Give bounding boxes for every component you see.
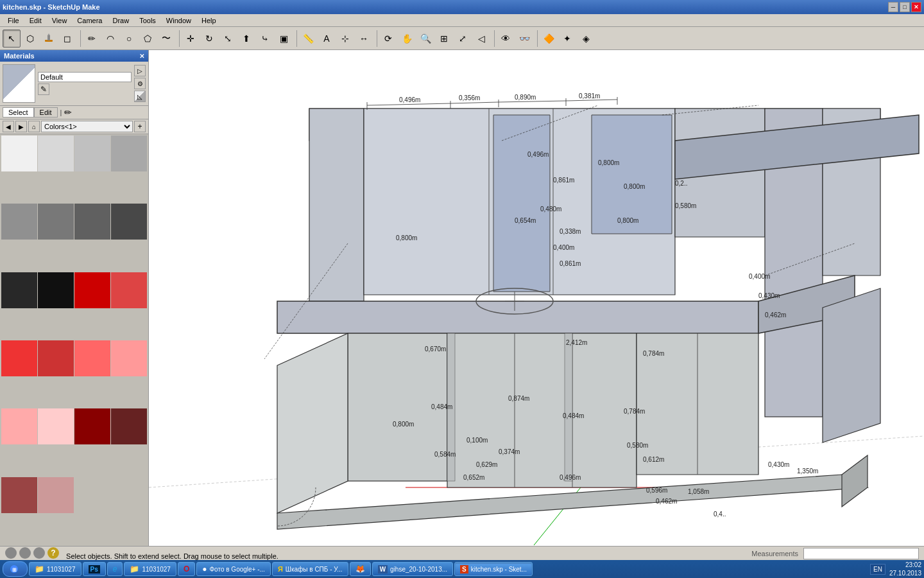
section-plane-button[interactable]: 🔶 (540, 30, 558, 48)
tab-pencil-icon[interactable]: ✏ (64, 107, 72, 118)
maximize-button[interactable]: □ (900, 2, 910, 12)
arc-button[interactable]: ◠ (101, 30, 119, 48)
nav-add-button[interactable]: + (134, 121, 146, 132)
text-button[interactable]: ↔ (355, 30, 373, 48)
edit-material-button[interactable]: ⚙ (134, 78, 146, 89)
rotate-button[interactable]: ↻ (200, 30, 218, 48)
swatch-maroon[interactable] (111, 408, 147, 444)
status-icon-3[interactable] (33, 547, 45, 559)
paint-button[interactable] (40, 30, 58, 48)
component-button[interactable]: ⬡ (21, 30, 39, 48)
nav-home-button[interactable]: ⌂ (28, 121, 40, 132)
swatch-gray4[interactable] (111, 204, 147, 240)
swatch-dkgray[interactable] (1, 272, 37, 308)
menu-file[interactable]: File (3, 15, 24, 26)
circle-button[interactable]: ○ (120, 30, 138, 48)
display-section-button[interactable]: ◈ (577, 30, 595, 48)
swatch-red2[interactable] (111, 272, 147, 308)
taskbar-app-firefox[interactable]: 🦊 (350, 562, 371, 576)
menu-draw[interactable]: Draw (107, 15, 134, 26)
zoom-window-button[interactable]: ⊞ (435, 30, 453, 48)
tab-edit[interactable]: Edit (34, 107, 58, 118)
svg-text:0,2..: 0,2.. (675, 180, 687, 187)
walkthrough-button[interactable]: 👁 (497, 30, 515, 48)
dimensions-button[interactable]: A (318, 30, 336, 48)
select-tool-button[interactable]: ↖ (3, 30, 21, 48)
taskbar-app-photoshop[interactable]: Ps (83, 562, 106, 576)
menu-help[interactable]: Help (196, 15, 221, 26)
taskbar-app-opera[interactable]: O (178, 562, 195, 576)
orbit-button[interactable]: ⟳ (379, 30, 397, 48)
swatch-mauve[interactable] (38, 477, 74, 513)
protractor-button[interactable]: ⊹ (336, 30, 354, 48)
minimize-button[interactable]: ─ (888, 2, 898, 12)
svg-text:0,784m: 0,784m (643, 350, 664, 357)
taskbar-app-ie[interactable]: e (107, 562, 123, 576)
zoom-extents-button[interactable]: ⤢ (454, 30, 472, 48)
nav-forward-button[interactable]: ▶ (15, 121, 27, 132)
swatch-ltgray3[interactable] (111, 136, 147, 171)
menu-view[interactable]: View (47, 15, 73, 26)
polygon-button[interactable]: ⬠ (139, 30, 157, 48)
swatch-pink1[interactable] (74, 340, 110, 376)
zoom-button[interactable]: 🔍 (416, 30, 434, 48)
swatch-ltpink[interactable] (38, 408, 74, 444)
status-icon-1[interactable] (5, 547, 17, 559)
material-sample-button[interactable]: ✎ (38, 83, 49, 95)
tab-select[interactable]: Select (3, 107, 34, 118)
pencil-button[interactable]: ✏ (83, 30, 101, 48)
taskbar-app-folder[interactable]: 📁 11031027 (124, 562, 176, 576)
tape-measure-button[interactable]: 📏 (299, 30, 317, 48)
look-around-button[interactable]: 👓 (515, 30, 533, 48)
swatch-black[interactable] (38, 272, 74, 308)
swatch-red1[interactable] (74, 272, 110, 308)
swatch-ltgray1[interactable] (38, 136, 74, 171)
freehand-button[interactable]: 〜 (157, 30, 175, 48)
swatch-white[interactable] (1, 136, 37, 171)
swatch-pink2[interactable] (111, 340, 147, 376)
menu-edit[interactable]: Edit (24, 15, 47, 26)
swatch-red3[interactable] (1, 340, 37, 376)
status-icon-help[interactable]: ? (47, 547, 59, 559)
offset-button[interactable]: ▣ (275, 30, 293, 48)
move-button[interactable]: ✛ (182, 30, 200, 48)
materials-close-button[interactable]: ✕ (139, 53, 144, 60)
swatch-ltgray2[interactable] (74, 136, 110, 171)
eraser-button[interactable]: ◻ (58, 30, 76, 48)
swatch-dkred[interactable] (74, 408, 110, 444)
svg-text:0,484m: 0,484m (431, 403, 452, 410)
pushpull-button[interactable]: ⬆ (237, 30, 255, 48)
scale-button[interactable]: ⤡ (219, 30, 237, 48)
followme-button[interactable]: ⤷ (256, 30, 274, 48)
measurements-label: Measurements (751, 550, 798, 557)
taskbar-app-chrome[interactable]: ● Фото в Google+ -... (196, 562, 271, 576)
swatch-gray1[interactable] (1, 204, 37, 240)
swatch-rust[interactable] (1, 477, 37, 513)
swatch-pink3[interactable] (1, 408, 37, 444)
taskbar-app-sketchup[interactable]: S kitchen.skp - Sket... (454, 562, 533, 576)
category-dropdown[interactable]: Colors<1> (41, 121, 133, 132)
new-material-button[interactable]: ▷ (134, 65, 146, 76)
viewport[interactable]: 0,496m 0,356m 0,890m 0,381m 0,496m 0,800… (149, 50, 924, 546)
close-button[interactable]: ✕ (911, 2, 921, 12)
measurements-input[interactable] (803, 548, 919, 559)
menu-camera[interactable]: Camera (72, 15, 107, 26)
menu-tools[interactable]: Tools (134, 15, 161, 26)
menu-window[interactable]: Window (161, 15, 196, 26)
swatch-red4[interactable] (38, 340, 74, 376)
status-icon-2[interactable] (19, 547, 31, 559)
material-name-input[interactable] (38, 72, 132, 82)
taskbar-app-yandex[interactable]: Я Шкафы в СПБ - У... (272, 562, 348, 576)
pan-button[interactable]: ✋ (398, 30, 416, 48)
nav-back-button[interactable]: ◀ (3, 121, 14, 132)
section-cut-button[interactable]: ✦ (558, 30, 576, 48)
svg-text:0,580m: 0,580m (675, 202, 696, 209)
swatch-gray3[interactable] (74, 204, 110, 240)
swatch-gray2[interactable] (38, 204, 74, 240)
previous-button[interactable]: ◁ (472, 30, 490, 48)
sketch-canvas: 0,496m 0,356m 0,890m 0,381m 0,496m 0,800… (149, 50, 924, 546)
taskbar-app-explorer[interactable]: 📁 11031027 (29, 562, 81, 576)
taskbar-app-word[interactable]: W gihse_20-10-2013... (372, 562, 453, 576)
start-button[interactable]: ⊞ (3, 561, 28, 577)
delete-material-button[interactable]: ◺ (134, 91, 146, 102)
